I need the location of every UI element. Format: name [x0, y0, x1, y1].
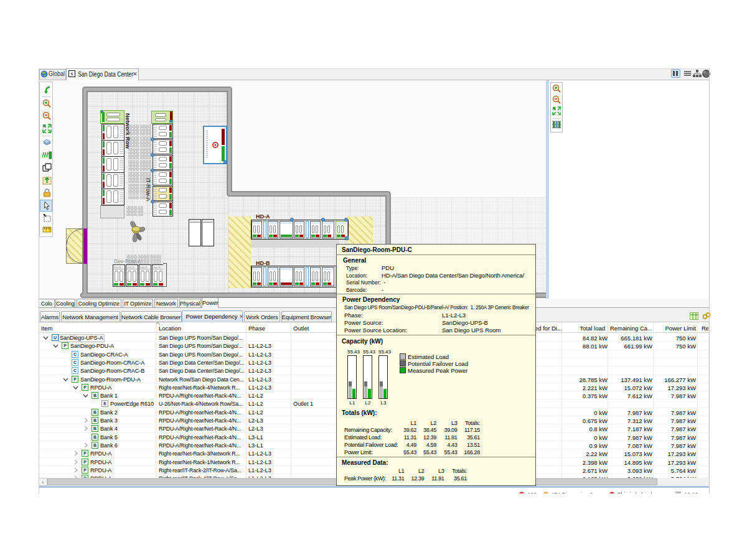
svg-text:474 Dimension 2...: 474 Dimension 2... [551, 492, 598, 493]
svg-text:This is behind ...: This is behind ... [618, 492, 659, 493]
svg-text:10.10 ...: 10.10 ... [684, 492, 705, 493]
svg-text:102: 102 [527, 492, 537, 493]
